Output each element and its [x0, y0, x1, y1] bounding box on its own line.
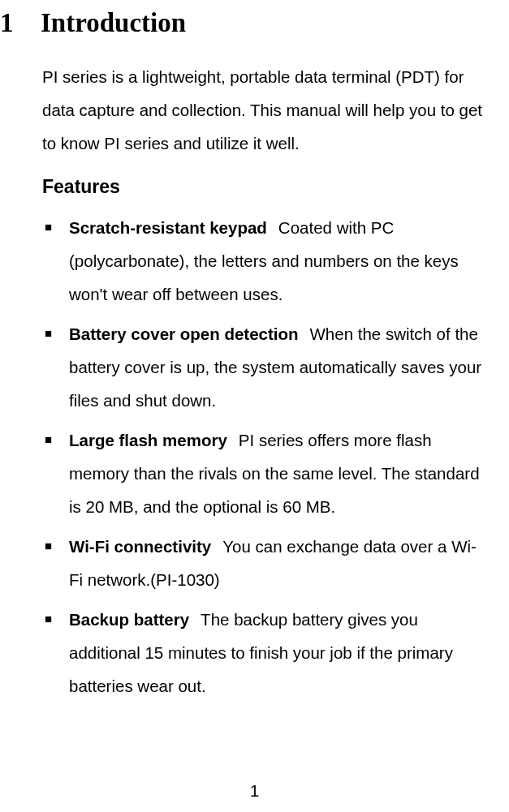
- document-page: 1 Introduction PI series is a lightweigh…: [0, 0, 509, 812]
- list-item: Wi-Fi connectivityYou can exchange data …: [0, 530, 485, 596]
- chapter-heading: 1 Introduction: [0, 8, 485, 37]
- feature-title: Battery cover open detection: [69, 324, 299, 343]
- features-heading: Features: [42, 176, 485, 198]
- feature-title: Large flash memory: [69, 431, 227, 449]
- chapter-title: Introduction: [41, 8, 186, 37]
- feature-title: Backup battery: [69, 610, 189, 629]
- feature-title: Wi-Fi connectivity: [69, 537, 211, 556]
- page-number: 1: [0, 781, 509, 801]
- feature-title: Scratch-resistant keypad: [69, 218, 267, 237]
- intro-paragraph: PI series is a lightweight, portable dat…: [42, 60, 485, 160]
- list-item: Battery cover open detectionWhen the swi…: [0, 317, 485, 417]
- list-item: Backup batteryThe backup battery gives y…: [0, 603, 485, 702]
- list-item: Large flash memoryPI series offers more …: [0, 423, 485, 523]
- chapter-number: 1: [0, 8, 41, 37]
- features-list: Scratch-resistant keypadCoated with PC (…: [0, 211, 485, 702]
- list-item: Scratch-resistant keypadCoated with PC (…: [0, 211, 485, 311]
